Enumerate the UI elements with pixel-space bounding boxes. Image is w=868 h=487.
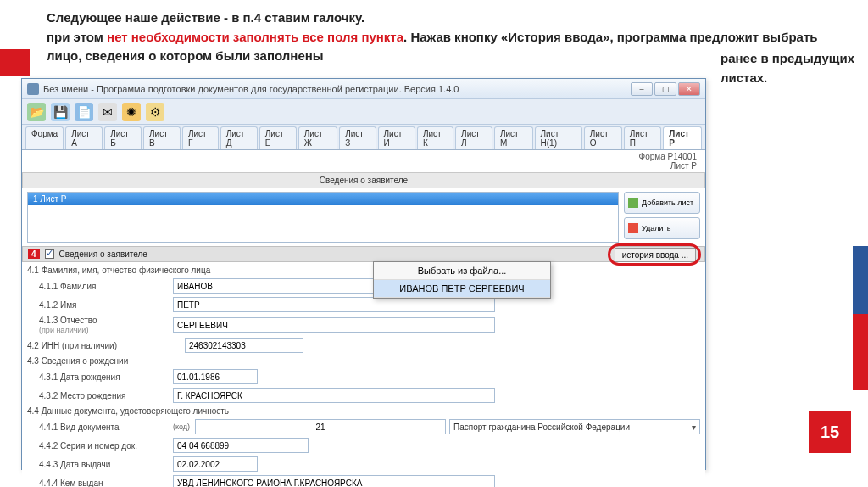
add-sheet-button[interactable]: Добавить лист bbox=[624, 192, 700, 214]
window-title: Без имени - Программа подготовки докумен… bbox=[43, 84, 459, 94]
app-window: Без имени - Программа подготовки докумен… bbox=[21, 78, 706, 470]
doctype-code-input[interactable] bbox=[195, 419, 446, 434]
toolbar-mail-icon[interactable]: ✉ bbox=[98, 103, 117, 121]
issuer-label: 4.4.4 Кем выдан bbox=[27, 479, 168, 488]
form-info: Форма Р14001 Лист Р bbox=[22, 150, 705, 172]
tab-d[interactable]: Лист Д bbox=[220, 126, 258, 149]
section-4-checkbox[interactable] bbox=[45, 249, 54, 259]
sec44-header: 4.4 Данные документа, удостоверяющего ли… bbox=[27, 405, 700, 417]
close-button[interactable]: ✕ bbox=[678, 82, 700, 96]
delete-sheet-button[interactable]: Удалить bbox=[624, 217, 700, 239]
birthplace-input[interactable] bbox=[173, 388, 495, 403]
slide-stripe-blue bbox=[853, 246, 868, 322]
issuedate-input[interactable] bbox=[173, 456, 258, 472]
sec43-header: 4.3 Сведения о рождении bbox=[27, 355, 700, 367]
tab-g[interactable]: Лист Г bbox=[182, 126, 219, 149]
doctype-label: 4.4.1 Вид документа bbox=[27, 423, 168, 432]
firstname-label: 4.1.2 Имя bbox=[27, 300, 168, 310]
history-button[interactable]: история ввода ... bbox=[615, 248, 696, 262]
plus-icon bbox=[628, 198, 638, 208]
tab-k[interactable]: Лист К bbox=[417, 126, 453, 149]
app-icon bbox=[27, 83, 39, 95]
toolbar-gear-icon[interactable]: ⚙ bbox=[146, 103, 164, 121]
popup-choose-file[interactable]: Выбрать из файла... bbox=[374, 262, 550, 280]
maximize-button[interactable]: ▢ bbox=[654, 82, 676, 96]
tab-o[interactable]: Лист О bbox=[584, 126, 622, 149]
patronymic-label: 4.1.3 Отчество(при наличии) bbox=[27, 316, 168, 334]
tab-b[interactable]: Лист Б bbox=[104, 126, 142, 149]
patronymic-input[interactable] bbox=[173, 317, 495, 333]
toolbar-open-icon[interactable]: 📂 bbox=[27, 103, 46, 121]
birthdate-label: 4.3.1 Дата рождения bbox=[27, 372, 168, 382]
doctype-select[interactable]: Паспорт гражданина Российской Федерации bbox=[449, 419, 700, 434]
tab-e[interactable]: Лист Е bbox=[259, 126, 297, 149]
slide-stripe-red bbox=[853, 314, 868, 390]
sheet-list-area: 1 Лист Р Добавить лист Удалить bbox=[22, 188, 705, 246]
explain-text: Следующее наше действие - в п.4 ставим г… bbox=[47, 8, 843, 66]
form-body: 4.1 Фамилия, имя, отчество физического л… bbox=[22, 262, 705, 487]
firstname-input[interactable] bbox=[173, 297, 495, 312]
minimize-button[interactable]: – bbox=[631, 82, 653, 96]
toolbar-sun-icon[interactable]: ✺ bbox=[122, 103, 141, 121]
section-number: 4 bbox=[28, 249, 40, 259]
toolbar-print-icon[interactable]: 📄 bbox=[75, 103, 93, 121]
tab-forma[interactable]: Форма bbox=[25, 126, 64, 149]
birthplace-label: 4.3.2 Место рождения bbox=[27, 391, 168, 400]
tab-l[interactable]: Лист Л bbox=[455, 126, 492, 149]
titlebar[interactable]: Без имени - Программа подготовки докумен… bbox=[22, 79, 705, 99]
popup-person[interactable]: ИВАНОВ ПЕТР СЕРГЕЕВИЧ bbox=[374, 280, 550, 298]
sec41-header: 4.1 Фамилия, имя, отчество физического л… bbox=[27, 264, 700, 277]
tab-z[interactable]: Лист З bbox=[339, 126, 376, 149]
tab-zh[interactable]: Лист Ж bbox=[298, 126, 337, 149]
tab-m[interactable]: Лист М bbox=[494, 126, 533, 149]
inn-label: 4.2 ИНН (при наличии) bbox=[27, 341, 180, 350]
explain-line1: Следующее наше действие - в п.4 ставим г… bbox=[47, 8, 843, 28]
section-4-bar: 4 Сведения о заявителе история ввода ... bbox=[22, 246, 705, 262]
explain-right: ранее в предыдущих листах. bbox=[721, 49, 868, 87]
page-number: 15 bbox=[809, 411, 851, 453]
slide-accent-left bbox=[0, 49, 30, 76]
issuedate-label: 4.4.3 Дата выдачи bbox=[27, 460, 168, 469]
tab-n1[interactable]: Лист Н(1) bbox=[535, 126, 582, 149]
sheet-tabs: Форма Лист А Лист Б Лист В Лист Г Лист Д… bbox=[22, 125, 705, 150]
lastname-label: 4.1.1 Фамилия bbox=[27, 282, 168, 291]
docnum-input[interactable] bbox=[173, 438, 309, 453]
section-header: Сведения о заявителе bbox=[22, 172, 705, 188]
tab-p[interactable]: Лист П bbox=[624, 126, 661, 149]
birthdate-input[interactable] bbox=[173, 369, 258, 384]
sheet-list[interactable]: 1 Лист Р bbox=[27, 192, 619, 243]
inn-input[interactable] bbox=[185, 338, 303, 353]
tab-v[interactable]: Лист В bbox=[143, 126, 181, 149]
x-icon bbox=[628, 223, 638, 233]
tab-r[interactable]: Лист Р bbox=[663, 126, 702, 149]
history-popup: Выбрать из файла... ИВАНОВ ПЕТР СЕРГЕЕВИ… bbox=[373, 261, 551, 299]
tab-a[interactable]: Лист А bbox=[65, 126, 103, 149]
list-item[interactable]: 1 Лист Р bbox=[28, 193, 618, 205]
section-4-title: Сведения о заявителе bbox=[59, 249, 147, 259]
docnum-label: 4.4.2 Серия и номер док. bbox=[27, 441, 168, 451]
issuer-input[interactable] bbox=[173, 475, 495, 487]
tab-i[interactable]: Лист И bbox=[378, 126, 415, 149]
toolbar: 📂 💾 📄 ✉ ✺ ⚙ bbox=[22, 99, 705, 125]
toolbar-save-icon[interactable]: 💾 bbox=[51, 103, 70, 121]
